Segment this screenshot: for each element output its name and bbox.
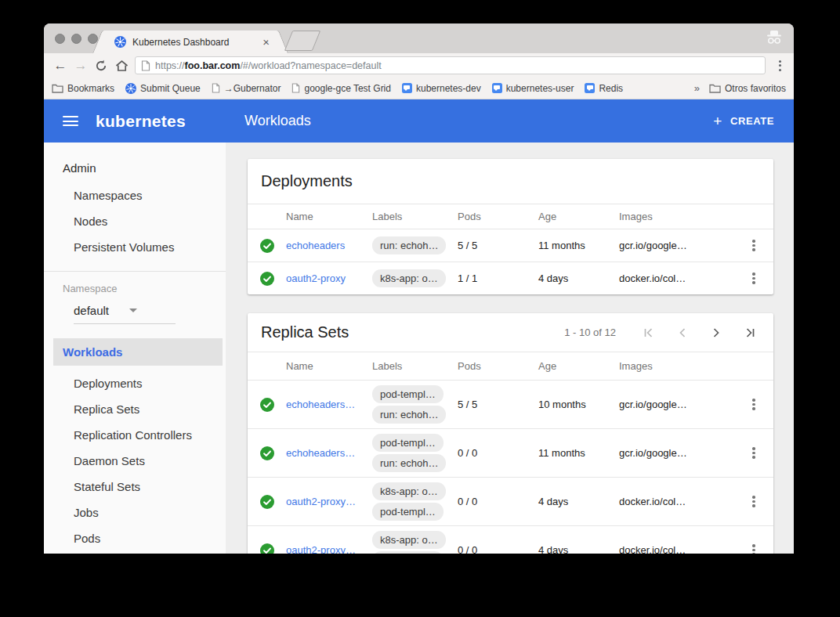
label-chip: run: echoh… [372,454,446,472]
label-chip: k8s-app: o… [372,269,446,287]
bookmark-redis[interactable]: Redis [585,83,623,94]
browser-toolbar: ← → https://foo.bar.com/#/workload?names… [44,53,794,78]
browser-tab[interactable]: Kubernetes Dashboard × [105,31,276,53]
column-images: Images [619,211,742,222]
images-cell: gcr.io/google… [619,447,742,459]
browser-titlebar: Kubernetes Dashboard × [44,23,794,54]
last-page-icon[interactable] [743,326,757,340]
tab-title: Kubernetes Dashboard [132,37,261,48]
menu-icon[interactable] [63,116,78,126]
content-area: Admin Namespaces Nodes Persistent Volume… [44,143,794,554]
table-row: oauth2-proxy… k8s-app: o… pod-templ… 0 /… [248,525,773,554]
resource-link[interactable]: echoheaders [286,240,372,251]
tab-close-icon[interactable]: × [261,36,271,48]
table-header-row: Name Labels Pods Age Images [248,204,773,229]
window-controls [55,34,98,44]
row-menu-icon[interactable] [747,269,761,288]
create-button-label: CREATE [730,115,774,127]
sidebar-item-nodes[interactable]: Nodes [44,208,226,234]
window-minimize-button[interactable] [71,34,81,44]
bookmark-label: Bookmarks [67,83,114,94]
row-menu-icon[interactable] [747,493,761,511]
bookmarks-bar: Bookmarks Submit [44,78,794,99]
table-row: echoheaders run: echoh… 5 / 5 11 months … [248,229,773,262]
sidebar-item-replication-controllers[interactable]: Replication Controllers [44,422,226,448]
column-age: Age [538,360,619,372]
pods-cell: 0 / 0 [458,496,538,507]
forward-icon[interactable]: → [71,56,91,76]
bookmark-label: kubernetes-dev [416,83,481,94]
column-name: Name [286,211,372,222]
resource-link[interactable]: oauth2-proxy… [286,496,372,507]
resource-link[interactable]: echoheaders… [286,447,372,459]
next-page-icon[interactable] [709,326,723,340]
sidebar-item-daemon-sets[interactable]: Daemon Sets [44,448,226,474]
label-chip: run: echoh… [372,406,446,424]
resource-link[interactable]: echoheaders… [286,399,372,410]
page-icon [212,83,220,93]
url-text: https://foo.bar.com/#/workload?namespace… [155,60,382,71]
bookmark-otros-favoritos[interactable]: Otros favoritos [709,83,786,94]
bookmark-test-grid[interactable]: google-gce Test Grid [291,83,391,94]
new-tab-button[interactable] [284,31,321,51]
first-page-icon[interactable] [642,326,656,340]
column-pods: Pods [458,211,538,222]
bookmark-bookmarks-folder[interactable]: Bookmarks [52,83,114,94]
url-path: /#/workload?namespace=default [240,60,381,71]
browser-menu-icon[interactable] [772,58,788,74]
bookmark-kubernetes-dev[interactable]: kubernetes-dev [402,83,481,94]
resource-link[interactable]: oauth2-proxy… [286,544,372,554]
sidebar-item-jobs[interactable]: Jobs [44,500,226,525]
sidebar-item-replica-sets[interactable]: Replica Sets [44,396,226,422]
kubernetes-icon [125,83,136,94]
namespace-label: Namespace [44,283,226,294]
sidebar-item-persistent-volumes[interactable]: Persistent Volumes [44,234,226,260]
sidebar-item-admin[interactable]: Admin [44,143,226,182]
bookmarks-right-group: » Otros favoritos [694,82,786,94]
kubernetes-favicon-icon [114,36,126,48]
pods-cell: 1 / 1 [458,272,538,284]
label-chip: k8s-app: o… [372,482,446,500]
sidebar-item-workloads[interactable]: Workloads [53,338,223,366]
images-cell: docker.io/col… [619,544,742,554]
sidebar-item-stateful-sets[interactable]: Stateful Sets [44,474,226,500]
bookmark-kubernetes-user[interactable]: kubernetes-user [492,83,574,94]
sidebar-item-deployments[interactable]: Deployments [44,370,226,396]
plus-icon: + [713,113,722,130]
chat-icon [402,83,412,93]
deployments-card: Deployments Name Labels Pods Age Images … [248,159,773,294]
back-icon[interactable]: ← [50,56,71,76]
previous-page-icon[interactable] [675,326,690,340]
home-icon[interactable] [111,56,132,76]
window-close-button[interactable] [55,34,65,44]
card-title: Deployments [261,172,757,190]
row-menu-icon[interactable] [747,444,761,463]
pagination-range: 1 - 10 of 12 [564,327,616,338]
browser-window: Kubernetes Dashboard × ← → [44,23,794,554]
bookmarks-overflow-icon[interactable]: » [694,82,700,94]
age-cell: 4 days [538,272,619,284]
resource-link[interactable]: oauth2-proxy [286,272,372,284]
row-menu-icon[interactable] [747,395,761,414]
reload-icon[interactable] [91,56,111,76]
sidebar-item-pods[interactable]: Pods [44,525,226,551]
row-menu-icon[interactable] [747,236,761,255]
pagination: 1 - 10 of 12 [564,326,757,340]
bookmark-submit-queue[interactable]: Submit Queue [125,83,201,94]
app-header: kubernetes Workloads + CREATE [44,99,794,143]
images-cell: gcr.io/google… [619,240,742,251]
namespace-value: default [74,304,109,317]
bookmark-label: kubernetes-user [506,83,574,94]
pods-cell: 0 / 0 [458,447,538,459]
sidebar-item-namespaces[interactable]: Namespaces [44,182,226,208]
namespace-select[interactable]: default [74,304,176,324]
url-bar[interactable]: https://foo.bar.com/#/workload?namespace… [135,56,766,74]
row-menu-icon[interactable] [747,541,761,554]
workloads-sublist: Deployments Replica Sets Replication Con… [44,370,226,551]
bookmark-gubernator[interactable]: →Gubernator [212,83,281,94]
age-cell: 4 days [538,544,619,554]
pods-cell: 5 / 5 [458,240,538,251]
status-ok-icon [248,398,286,412]
create-button[interactable]: + CREATE [713,113,774,130]
replica-sets-card-header: Replica Sets 1 - 10 of 12 [248,313,773,352]
